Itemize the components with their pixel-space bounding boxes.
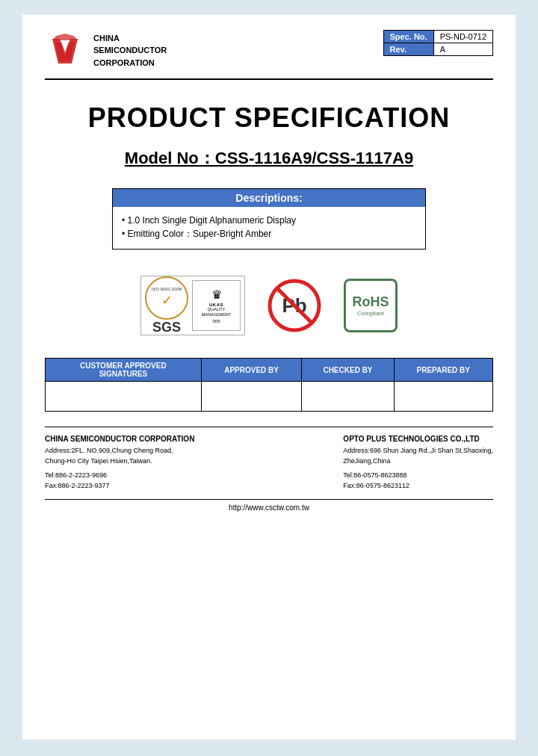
ukas-box: ♛ UKAS QUALITYMANAGEMENT 005: [192, 280, 241, 331]
footer-grid: CHINA SEMICONDUCTOR CORPORATION Address:…: [45, 433, 493, 492]
sgs-checkmark: ✓: [161, 292, 173, 309]
col1-header: CUSTOMER APPROVEDSIGNATURES: [46, 359, 202, 382]
customer-sig-cell: [46, 382, 202, 412]
ukas-sub: QUALITYMANAGEMENT: [202, 307, 231, 317]
spec-table: Spec. No. PS-ND-0712 Rev. A: [383, 30, 493, 56]
checked-sig-cell: [302, 382, 394, 412]
description-box: Descriptions: 1.0 Inch Single Digit Alph…: [112, 188, 426, 250]
description-item-2: Emitting Color：Super-Bright Amber: [122, 228, 416, 241]
description-body: 1.0 Inch Single Digit Alphanumeric Displ…: [113, 207, 425, 249]
description-list: 1.0 Inch Single Digit Alphanumeric Displ…: [122, 215, 416, 241]
col4-header: PREPARED BY: [394, 359, 492, 382]
footer-left: CHINA SEMICONDUCTOR CORPORATION Address:…: [45, 433, 194, 492]
ukas-crown-icon: ♛: [211, 288, 222, 302]
col2-header: APPROVED BY: [201, 359, 302, 382]
approval-table: CUSTOMER APPROVEDSIGNATURES APPROVED BY …: [45, 358, 493, 412]
sgs-badge: ISO 9001:2008 ✓: [145, 276, 188, 320]
left-address1: Address:2FL. NO.909,Chung Cheng Road,: [45, 445, 194, 456]
prepared-sig-cell: [394, 382, 492, 412]
page: CHINA SEMICONDUCTOR CORPORATION Spec. No…: [22, 15, 516, 740]
right-company-name: OPTO PLUS TECHNOLOGIES CO.,LTD: [343, 433, 493, 445]
approval-section: CUSTOMER APPROVEDSIGNATURES APPROVED BY …: [45, 358, 493, 412]
footer-right: OPTO PLUS TECHNOLOGIES CO.,LTD Address:6…: [343, 433, 493, 492]
model-number: Model No：CSS-1116A9/CSS-1117A9: [45, 147, 493, 170]
description-header: Descriptions:: [113, 189, 425, 207]
ukas-num: 005: [212, 319, 220, 323]
spec-no-label: Spec. No.: [383, 31, 433, 43]
col3-header: CHECKED BY: [302, 359, 394, 382]
sgs-label: SGS: [152, 320, 181, 335]
rev-label: Rev.: [383, 43, 433, 56]
logo-area: CHINA SEMICONDUCTOR CORPORATION: [45, 30, 167, 71]
no-lead-badge: Pb: [268, 279, 321, 332]
right-fax: Fax:86-0575-8623112: [343, 480, 493, 491]
left-company-name: CHINA SEMICONDUCTOR CORPORATION: [45, 433, 194, 445]
spec-no-value: PS-ND-0712: [433, 31, 492, 43]
company-name: CHINA SEMICONDUCTOR CORPORATION: [93, 32, 167, 69]
rohs-sub: Compliant: [357, 310, 384, 317]
left-address2: Chung-Ho City Taipei Hsien,Taiwan.: [45, 456, 194, 466]
approved-sig-cell: [201, 382, 302, 412]
sgs-ukas-box: ISO 9001:2008 ✓ SGS ♛ UKAS QUALITYMANAGE…: [140, 276, 245, 335]
right-address1: Address:696 Shun Jiang Rd.,Ji Shan St.Sh…: [343, 445, 493, 456]
title-section: PRODUCT SPECIFICATION Model No：CSS-1116A…: [45, 102, 493, 170]
left-fax: Fax:886-2-2223-9377: [45, 480, 194, 491]
header: CHINA SEMICONDUCTOR CORPORATION Spec. No…: [45, 30, 493, 80]
right-address2: ZheJiang,China: [343, 456, 493, 466]
main-title: PRODUCT SPECIFICATION: [45, 102, 493, 134]
left-tel: Tel:886-2-2223-9696: [45, 470, 194, 480]
footer-url: http://www.csctw.com.tw: [45, 499, 493, 512]
right-tel: Tel:86-0575-8623888: [343, 470, 493, 480]
rohs-text: RoHS: [353, 294, 389, 310]
company-logo: [45, 30, 86, 71]
sgs-iso-text: ISO 9001:2008: [152, 287, 182, 292]
footer: CHINA SEMICONDUCTOR CORPORATION Address:…: [45, 427, 493, 512]
rohs-badge: RoHS Compliant: [344, 279, 398, 332]
rev-value: A: [433, 43, 492, 56]
description-item-1: 1.0 Inch Single Digit Alphanumeric Displ…: [122, 215, 416, 226]
logos-section: ISO 9001:2008 ✓ SGS ♛ UKAS QUALITYMANAGE…: [45, 276, 493, 335]
